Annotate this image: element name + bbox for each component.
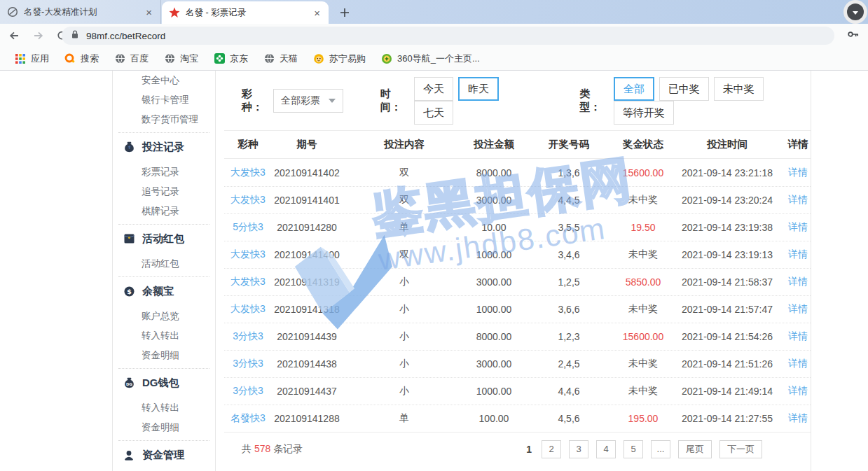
detail-link[interactable]: 详情 xyxy=(785,194,811,206)
table-header-cell: 开奖号码 xyxy=(521,138,616,151)
bookmark-item[interactable]: 京东 xyxy=(206,52,256,65)
sidebar-item[interactable]: 彩票记录 xyxy=(113,162,215,182)
sidebar-item[interactable]: 投注记录 xyxy=(113,135,215,159)
bet-content-cell: 小 xyxy=(342,358,467,370)
lottery-link[interactable]: 3分快3 xyxy=(224,385,272,398)
tab-menu-button[interactable] xyxy=(843,0,867,24)
table-row: 名發快3202109141288单100.004,5,6195.002021-0… xyxy=(224,405,811,432)
last-page-button[interactable]: 尾页 xyxy=(678,440,712,458)
lottery-link[interactable]: 大发快3 xyxy=(224,167,272,179)
detail-link[interactable]: 详情 xyxy=(785,248,811,261)
record-count: 共578条记录 xyxy=(242,443,303,456)
bookmark-label: 淘宝 xyxy=(180,52,198,65)
sidebar-item[interactable]: $余额宝 xyxy=(113,279,215,303)
table-body: 大发快3202109141402双8000.001,3,615600.00202… xyxy=(224,159,811,432)
lottery-link[interactable]: 5分快3 xyxy=(224,221,272,234)
next-page-button[interactable]: 下一页 xyxy=(719,440,762,458)
tab-inactive[interactable]: 名發-大发精准计划 × xyxy=(0,0,161,24)
lottery-link[interactable]: 名發快3 xyxy=(224,412,272,425)
lottery-link[interactable]: 大发快3 xyxy=(224,303,272,316)
detail-link[interactable]: 详情 xyxy=(785,412,811,425)
sidebar-item[interactable]: 资金管理 xyxy=(113,443,215,467)
page-button[interactable]: 4 xyxy=(596,440,616,458)
bookmark-item[interactable]: 淘宝 xyxy=(156,52,206,65)
back-icon[interactable] xyxy=(4,26,24,45)
table-row: 3分快320210914438小3000.002,4,5未中奖2021-09-1… xyxy=(224,350,811,377)
bookmark-item[interactable]: 百度 xyxy=(106,52,156,65)
detail-link[interactable]: 详情 xyxy=(785,276,811,288)
table-header-cell: 期号 xyxy=(272,138,342,151)
url-text: 98mf.cc/betRecord xyxy=(86,31,165,41)
type-filter-button[interactable]: 等待开奖 xyxy=(614,101,674,125)
sidebar-divider xyxy=(118,440,209,441)
detail-link[interactable]: 详情 xyxy=(785,221,811,234)
sidebar-item-label: 账户总览 xyxy=(142,311,179,321)
time-filter-button[interactable]: 今天 xyxy=(414,77,453,101)
lottery-link[interactable]: 大发快3 xyxy=(224,194,272,206)
detail-link[interactable]: 详情 xyxy=(785,167,811,179)
sidebar-item[interactable]: 转入转出 xyxy=(113,326,215,346)
address-bar[interactable]: 98mf.cc/betRecord xyxy=(62,27,834,45)
sidebar-item-label: 活动红包 xyxy=(142,232,184,246)
period-cell: 20210914438 xyxy=(272,358,342,370)
tab-close-icon[interactable]: × xyxy=(312,8,322,18)
sidebar-item[interactable]: 安全中心 xyxy=(113,71,215,90)
sidebar-item[interactable]: 资金明细 xyxy=(113,346,215,365)
bookmark-item[interactable]: 应用 xyxy=(7,52,57,65)
table-row: 大发快3202109141400双1000.003,4,6未中奖2021-09-… xyxy=(224,241,811,268)
sidebar-item[interactable]: 账户总览 xyxy=(113,307,215,326)
forward-icon[interactable] xyxy=(28,26,48,45)
page-button[interactable]: 3 xyxy=(569,440,588,458)
lottery-link[interactable]: 大发快3 xyxy=(224,248,272,261)
detail-link[interactable]: 详情 xyxy=(785,330,811,343)
bet-amount-cell: 8000.00 xyxy=(467,331,521,342)
detail-link[interactable]: 详情 xyxy=(785,358,811,370)
time-filter-button[interactable]: 七天 xyxy=(414,101,453,125)
sidebar-item[interactable]: 棋牌记录 xyxy=(113,202,215,221)
lottery-link[interactable]: 3分快3 xyxy=(224,330,272,343)
sidebar-item[interactable]: 活动红包 xyxy=(113,254,215,274)
sidebar-item[interactable]: 追号记录 xyxy=(113,182,215,202)
sidebar-item[interactable]: 数字货币管理 xyxy=(113,110,215,129)
type-filter-button[interactable]: 全部 xyxy=(614,77,654,101)
tab-close-icon[interactable]: × xyxy=(144,7,153,17)
sidebar-item-label: 活动红包 xyxy=(142,258,179,269)
bookmark-item[interactable]: 搜索 xyxy=(57,52,106,65)
sidebar-divider xyxy=(118,368,209,369)
bet-content-cell: 小 xyxy=(342,276,467,288)
bookmark-item[interactable]: 天猫 xyxy=(256,52,305,65)
page-button[interactable]: 2 xyxy=(542,440,561,458)
table-header-cell: 彩种 xyxy=(224,138,272,151)
bookmark-item[interactable]: 苏宁易购 xyxy=(305,52,373,65)
sidebar-menu: 安全中心银行卡管理数字货币管理投注记录彩票记录追号记录棋牌记录活动红包活动红包$… xyxy=(112,71,216,471)
bookmark-item[interactable]: 360导航_一个主页... xyxy=(373,52,488,65)
sidebar-item[interactable]: 活动红包 xyxy=(113,227,215,251)
new-tab-button[interactable] xyxy=(337,5,352,20)
page-current: 1 xyxy=(524,444,534,455)
period-cell: 20210914439 xyxy=(272,331,342,342)
sidebar-item[interactable]: 银行卡管理 xyxy=(113,90,215,110)
page-button[interactable]: ... xyxy=(651,440,670,458)
lock-icon xyxy=(70,29,80,42)
bookmark-label: 360导航_一个主页... xyxy=(397,52,480,65)
type-filter-button[interactable]: 已中奖 xyxy=(659,77,709,101)
sidebar-item[interactable]: 转入转出 xyxy=(113,398,215,418)
lottery-select[interactable]: 全部彩票 xyxy=(273,89,343,113)
page-button[interactable]: 5 xyxy=(624,440,643,458)
chevron-down-icon xyxy=(853,11,858,15)
tab-title: 名發 - 彩票记录 xyxy=(186,7,307,19)
tab-active[interactable]: 名發 - 彩票记录 × xyxy=(162,1,329,24)
lottery-link[interactable]: 3分快3 xyxy=(224,358,272,370)
bet-content-cell: 小 xyxy=(342,303,467,316)
lottery-link[interactable]: 大发快3 xyxy=(224,276,272,288)
prize-status-cell: 15600.00 xyxy=(616,167,670,178)
svg-text:$: $ xyxy=(127,288,132,295)
time-filter-button[interactable]: 昨天 xyxy=(458,77,499,101)
bet-amount-cell: 1000.00 xyxy=(467,249,521,260)
detail-link[interactable]: 详情 xyxy=(785,303,811,316)
sidebar-item[interactable]: 资金明细 xyxy=(113,418,215,437)
sidebar-item[interactable]: DGDG钱包 xyxy=(113,371,215,395)
detail-link[interactable]: 详情 xyxy=(785,385,811,398)
key-icon[interactable] xyxy=(847,29,860,43)
type-filter-button[interactable]: 未中奖 xyxy=(714,77,764,101)
